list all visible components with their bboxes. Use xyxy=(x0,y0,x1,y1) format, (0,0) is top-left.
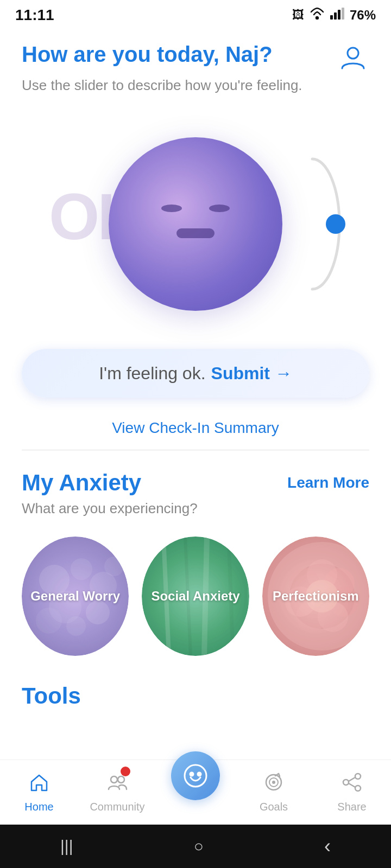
android-back[interactable]: ‹ xyxy=(324,835,331,858)
status-bar: 11:11 🖼 76% xyxy=(0,0,391,30)
svg-rect-4 xyxy=(342,8,344,20)
nav-checkin-center[interactable] xyxy=(156,760,235,825)
status-icons: 🖼 76% xyxy=(292,8,376,23)
bottom-nav: Home Community xyxy=(0,760,391,825)
tools-title: Tools xyxy=(22,683,369,709)
signal-icon xyxy=(330,8,344,23)
nav-home[interactable]: Home xyxy=(0,760,78,825)
submit-text-action: Submit → xyxy=(211,363,292,384)
svg-point-32 xyxy=(198,773,201,776)
nav-goals[interactable]: Goals xyxy=(235,760,313,825)
goals-icon xyxy=(263,772,284,797)
svg-point-13 xyxy=(104,557,124,576)
card-general-worry[interactable]: General Worry xyxy=(22,537,129,656)
svg-line-42 xyxy=(349,783,355,787)
svg-point-10 xyxy=(86,601,110,624)
anxiety-cards: General Worry Social Anxiety xyxy=(22,537,369,656)
svg-point-38 xyxy=(355,774,361,779)
slider-dot[interactable] xyxy=(326,214,345,234)
main-content: How are you today, Naj? Use the slider t… xyxy=(0,30,391,714)
community-label: Community xyxy=(90,801,144,813)
svg-point-39 xyxy=(343,780,349,785)
svg-point-28 xyxy=(111,776,117,783)
submit-button[interactable]: I'm feeling ok. Submit → xyxy=(22,349,369,398)
gallery-icon: 🖼 xyxy=(292,8,304,22)
svg-point-12 xyxy=(36,608,62,634)
card-perfectionism-label: Perfectionism xyxy=(267,589,364,604)
card-social-anxiety-label: Social Anxiety xyxy=(146,589,245,604)
card-general-worry-label: General Worry xyxy=(25,589,125,604)
card-perfectionism[interactable]: Perfectionism xyxy=(262,537,369,656)
face-eye-right xyxy=(209,205,230,212)
svg-line-41 xyxy=(349,777,355,781)
status-time: 11:11 xyxy=(15,7,54,24)
checkin-summary-link[interactable]: View Check-In Summary xyxy=(22,419,369,437)
svg-rect-2 xyxy=(334,12,337,20)
svg-rect-1 xyxy=(330,15,333,20)
share-label: Share xyxy=(337,801,366,813)
nav-community[interactable]: Community xyxy=(78,760,156,825)
svg-point-0 xyxy=(316,17,318,19)
svg-point-30 xyxy=(185,765,206,787)
svg-point-35 xyxy=(272,781,275,784)
home-icon xyxy=(29,772,49,797)
header-row: How are you today, Naj? xyxy=(22,41,369,74)
profile-icon[interactable] xyxy=(337,41,369,74)
face-mouth xyxy=(176,228,215,238)
android-recents[interactable]: ||| xyxy=(60,837,73,856)
svg-point-29 xyxy=(118,776,124,783)
face-eye-left xyxy=(161,205,182,212)
svg-point-11 xyxy=(66,616,86,636)
face-eyes xyxy=(161,205,230,212)
home-label: Home xyxy=(24,801,53,813)
share-icon xyxy=(342,772,362,797)
android-home[interactable]: ○ xyxy=(194,837,204,856)
tools-section: Tools xyxy=(22,683,369,714)
svg-point-40 xyxy=(355,786,361,791)
svg-line-18 xyxy=(248,537,249,656)
android-nav: ||| ○ ‹ xyxy=(0,825,391,868)
card-social-anxiety[interactable]: Social Anxiety xyxy=(142,537,249,656)
mood-section: OK xyxy=(22,110,369,338)
svg-point-31 xyxy=(190,773,193,776)
svg-point-7 xyxy=(71,558,92,580)
battery-text: 76% xyxy=(350,8,376,23)
anxiety-subtitle: What are you experiencing? xyxy=(22,500,369,517)
section-divider xyxy=(22,450,369,450)
submit-text-normal: I'm feeling ok. xyxy=(99,363,205,384)
subtitle: Use the slider to describe how you're fe… xyxy=(22,77,369,94)
greeting-title: How are you today, Naj? xyxy=(22,41,273,67)
svg-rect-3 xyxy=(338,10,340,20)
anxiety-section-header: My Anxiety Learn More xyxy=(22,470,369,496)
community-badge xyxy=(121,767,130,776)
mood-face-container: OK xyxy=(38,110,353,338)
svg-point-5 xyxy=(348,48,358,59)
anxiety-title: My Anxiety xyxy=(22,470,141,496)
mood-face xyxy=(109,137,282,311)
goals-label: Goals xyxy=(260,801,288,813)
nav-share[interactable]: Share xyxy=(313,760,391,825)
checkin-center-button[interactable] xyxy=(171,751,220,800)
wifi-icon xyxy=(310,8,325,23)
learn-more-button[interactable]: Learn More xyxy=(287,474,369,492)
